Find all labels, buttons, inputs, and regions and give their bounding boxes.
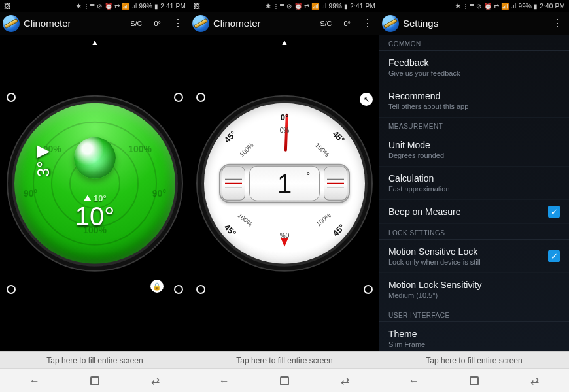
section-header: MEASUREMENT xyxy=(379,118,569,133)
settings-row-calculation[interactable]: Calculation Fast approximation xyxy=(379,167,569,200)
fill-screen-hint[interactable]: Tap here to fill entire screen xyxy=(0,351,190,368)
orientation-arrow-icon: ▲ xyxy=(91,38,99,47)
gauge-canvas[interactable]: ▲ ↖ 0° 45° 45° 45° 45° 0% 100% 100% %0 1… xyxy=(190,35,379,351)
nav-back-icon[interactable]: ← xyxy=(401,375,427,387)
angle-reading: 10° 10° xyxy=(75,193,115,229)
battery-icon: ▮ xyxy=(534,3,538,10)
app-logo-icon xyxy=(382,15,399,32)
overflow-menu-icon[interactable]: ⋮ xyxy=(358,18,377,29)
app-title: Clinometer xyxy=(213,18,261,29)
nav-back-icon[interactable]: ← xyxy=(211,375,237,387)
mode-sc-button[interactable]: S/C xyxy=(316,20,336,27)
battery-pct: 99% xyxy=(329,3,343,10)
corner-marker xyxy=(174,93,183,102)
status-bar: ✱ ⋮≣ ⊘ ⏰ ⇄ 📶 .ıl 99% ▮ 2:40 PM xyxy=(379,0,569,12)
nav-back-icon[interactable]: ← xyxy=(22,375,48,387)
android-nav-bar: ← ⇄ xyxy=(0,368,190,392)
app-bar: Settings ⋮ xyxy=(379,12,569,35)
nav-home-icon[interactable] xyxy=(470,376,479,385)
status-bar: 🖼 ✱ ⋮≣ ⊘ ⏰ ⇄ 📶 .ıl 99% ▮ 2:41 PM xyxy=(190,0,379,12)
settings-row-beep[interactable]: Beep on Measure ✓ xyxy=(379,200,569,224)
dial-gauge: 0° 45° 45° 45° 45° 0% 100% 100% %0 100% … xyxy=(201,101,368,267)
battery-icon: ▮ xyxy=(344,3,348,10)
checkbox-checked-icon[interactable]: ✓ xyxy=(548,206,560,218)
nav-home-icon[interactable] xyxy=(90,376,99,385)
corner-marker xyxy=(196,285,205,294)
clock: 2:40 PM xyxy=(540,3,565,10)
settings-row-lock-sensitivity[interactable]: Motion Lock Sensitivity Medium (±0.5°) xyxy=(379,273,569,306)
dial-pct: 100% xyxy=(315,212,333,228)
corner-marker xyxy=(364,285,373,294)
overflow-menu-icon[interactable]: ⋮ xyxy=(548,18,566,29)
orientation-arrow-icon: ▲ xyxy=(281,38,288,47)
dial-label: 45° xyxy=(331,129,347,145)
lock-button[interactable]: ↖ xyxy=(360,93,373,106)
corner-marker xyxy=(196,93,205,102)
faint-scale: 100% xyxy=(128,144,152,154)
dial-pct: 100% xyxy=(236,212,254,228)
section-header: USER INTERFACE xyxy=(379,306,569,322)
android-nav-bar: ← ⇄ xyxy=(190,368,379,392)
notif-icon: 🖼 xyxy=(194,3,200,10)
nav-recent-icon[interactable]: ⇄ xyxy=(332,374,358,387)
dial-pct: 0% xyxy=(280,127,289,134)
notif-icon: 🖼 xyxy=(4,3,10,10)
dial-label: 45° xyxy=(222,222,239,238)
pane-clinometer-bubble: 🖼 ✱ ⋮≣ ⊘ ⏰ ⇄ 📶 .ıl 99% ▮ 2:41 PM Clinome… xyxy=(0,0,190,392)
battery-icon: ▮ xyxy=(154,3,158,10)
status-bar: 🖼 ✱ ⋮≣ ⊘ ⏰ ⇄ 📶 .ıl 99% ▮ 2:41 PM xyxy=(0,0,190,12)
odometer: 1° xyxy=(219,164,350,203)
settings-row-theme[interactable]: Theme Slim Frame xyxy=(379,322,569,351)
odometer-value: 1° xyxy=(249,166,320,201)
app-logo-icon xyxy=(3,15,20,32)
needle-bottom-icon xyxy=(281,238,288,247)
gauge-canvas[interactable]: ▲ 🔒 90° 90° 100% 100% 100% 3°▶ 10° 10° xyxy=(0,35,190,351)
settings-list[interactable]: COMMON Feedback Give us your feedback Re… xyxy=(379,35,569,351)
status-icons: ✱ ⋮≣ ⊘ ⏰ ⇄ 📶 .ıl xyxy=(266,3,327,10)
clock: 2:41 PM xyxy=(160,3,186,10)
section-header: COMMON xyxy=(379,35,569,51)
fill-screen-hint[interactable]: Tap here to fill entire screen xyxy=(190,351,379,368)
settings-row-motion-lock[interactable]: Motion Sensitive Lock Lock only when dev… xyxy=(379,240,569,273)
status-icons: ✱ ⋮≣ ⊘ ⏰ ⇄ 📶 .ıl xyxy=(455,3,517,10)
corner-marker xyxy=(7,285,16,294)
overflow-menu-icon[interactable]: ⋮ xyxy=(169,18,187,29)
dial-label: 0° xyxy=(281,112,288,122)
main-angle: 10° xyxy=(75,203,115,229)
fill-screen-hint[interactable]: Tap here to fill entire screen xyxy=(379,351,569,368)
settings-row-feedback[interactable]: Feedback Give us your feedback xyxy=(379,51,569,84)
pane-clinometer-dial: 🖼 ✱ ⋮≣ ⊘ ⏰ ⇄ 📶 .ıl 99% ▮ 2:41 PM Clinome… xyxy=(190,0,379,392)
three-pane-layout: 🖼 ✱ ⋮≣ ⊘ ⏰ ⇄ 📶 .ıl 99% ▮ 2:41 PM Clinome… xyxy=(0,0,569,392)
nav-recent-icon[interactable]: ⇄ xyxy=(142,374,168,387)
corner-marker xyxy=(174,285,183,294)
status-icons: ✱ ⋮≣ ⊘ ⏰ ⇄ 📶 .ıl xyxy=(76,3,137,10)
app-title: Settings xyxy=(403,18,438,29)
settings-row-unit-mode[interactable]: Unit Mode Degrees rounded xyxy=(379,133,569,167)
app-bar: Clinometer S/C 0° ⋮ xyxy=(190,12,379,35)
nav-recent-icon[interactable]: ⇄ xyxy=(521,374,547,387)
zero-deg-button[interactable]: 0° xyxy=(150,20,165,27)
pane-settings: ✱ ⋮≣ ⊘ ⏰ ⇄ 📶 .ıl 99% ▮ 2:40 PM Settings … xyxy=(379,0,569,392)
nav-home-icon[interactable] xyxy=(280,376,289,385)
section-header: LOCK SETTINGS xyxy=(379,224,569,240)
android-nav-bar: ← ⇄ xyxy=(379,368,569,392)
checkbox-checked-icon[interactable]: ✓ xyxy=(548,250,560,262)
zero-deg-button[interactable]: 0° xyxy=(339,20,354,27)
level-bubble xyxy=(74,137,116,178)
battery-pct: 99% xyxy=(139,3,153,10)
bubble-gauge: 90° 90° 100% 100% 100% 3°▶ 10° 10° xyxy=(12,101,178,267)
corner-marker xyxy=(7,93,16,102)
mode-sc-button[interactable]: S/C xyxy=(126,20,146,27)
settings-row-recommend[interactable]: Recommend Tell others about this app xyxy=(379,84,569,118)
side-angle-reading: 3°▶ xyxy=(33,145,54,177)
faint-scale: 90° xyxy=(152,188,166,199)
faint-scale: 90° xyxy=(24,188,37,199)
clock: 2:41 PM xyxy=(350,3,375,10)
app-bar: Clinometer S/C 0° ⋮ xyxy=(0,12,190,35)
lock-button[interactable]: 🔒 xyxy=(150,280,164,293)
battery-pct: 99% xyxy=(519,3,532,10)
dial-label: 45° xyxy=(222,129,239,145)
dial-pct: 100% xyxy=(314,141,331,158)
app-logo-icon xyxy=(192,15,209,32)
app-title: Clinometer xyxy=(24,18,71,29)
